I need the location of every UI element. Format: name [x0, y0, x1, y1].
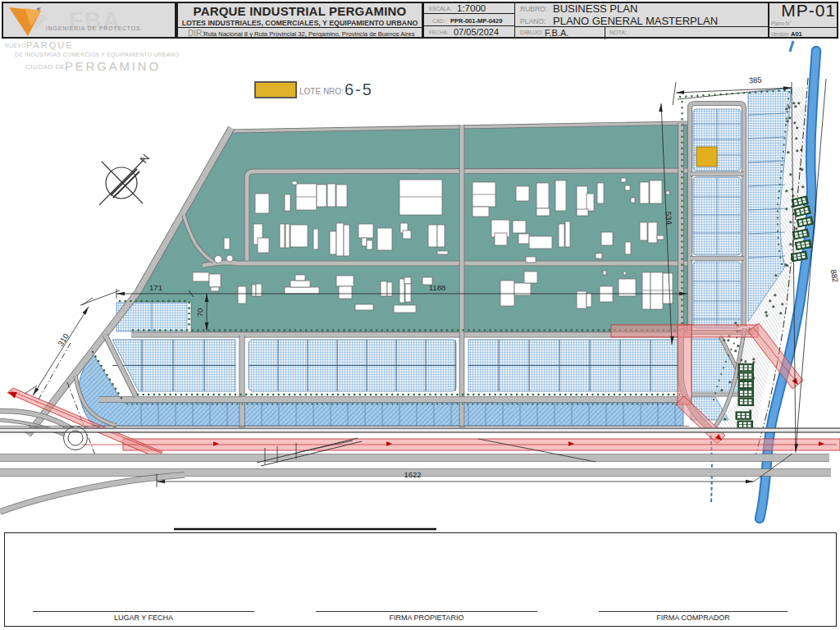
svg-text:70: 70 [195, 308, 204, 317]
svg-text:171: 171 [149, 283, 162, 292]
svg-text:310: 310 [56, 332, 71, 348]
svg-text:1188: 1188 [429, 283, 445, 292]
svg-text:1622: 1622 [404, 470, 421, 479]
svg-text:385: 385 [748, 75, 762, 84]
svg-text:534: 534 [664, 212, 674, 225]
svg-text:882: 882 [829, 269, 840, 284]
